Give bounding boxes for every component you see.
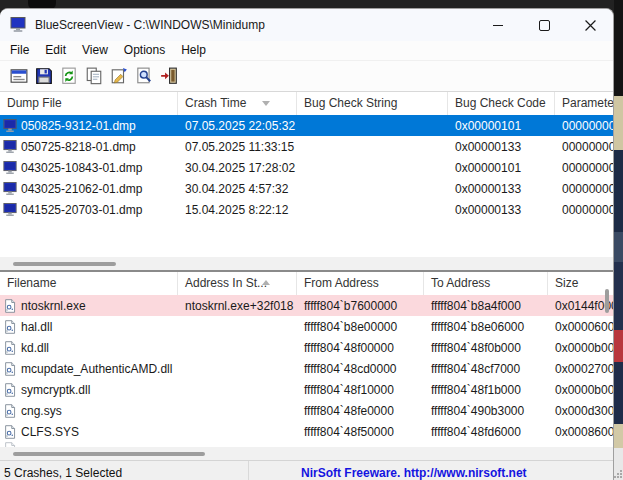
cell-time: 15.04.2025 8:22:12 bbox=[178, 199, 297, 220]
column-header-bug-check-code[interactable]: Bug Check Code bbox=[448, 92, 555, 115]
column-header-crash-time[interactable]: Crash Time bbox=[178, 92, 297, 115]
window-title: BlueScreenView - C:\WINDOWS\Minidump bbox=[35, 18, 475, 32]
list-row[interactable]: symcryptk.dllfffff804`48f10000fffff804`4… bbox=[0, 379, 613, 400]
list-row[interactable]: kd.dllfffff804`48f00000fffff804`48f0b000… bbox=[0, 337, 613, 358]
cell-text: fffff804`48f50000 bbox=[304, 425, 394, 439]
column-header-to-address[interactable]: To Address bbox=[424, 272, 548, 295]
driver-file-icon bbox=[3, 320, 17, 334]
list-row[interactable]: 043025-10843-01.dmp30.04.2025 17:28:020x… bbox=[0, 157, 613, 178]
crash-list-pane: Dump FileCrash TimeBug Check StringBug C… bbox=[0, 92, 613, 270]
column-header-from-address[interactable]: From Address bbox=[297, 272, 424, 295]
cell-filename: ntoskrnl.exe bbox=[0, 295, 178, 316]
column-header-parameter-1[interactable]: Parameter 1 bbox=[555, 92, 614, 115]
list-row[interactable]: 050825-9312-01.dmp07.05.2025 22:05:320x0… bbox=[0, 115, 613, 136]
column-header-filename[interactable]: Filename bbox=[0, 272, 178, 295]
cell-text: 00000000`0 bbox=[562, 182, 614, 196]
cell-text: 30.04.2025 4:57:32 bbox=[185, 182, 288, 196]
cell-time: 07.05.2025 22:05:32 bbox=[178, 115, 297, 136]
menu-options[interactable]: Options bbox=[116, 41, 173, 60]
exit-button[interactable] bbox=[156, 64, 181, 88]
crash-list-horizontal-scrollbar[interactable] bbox=[0, 257, 613, 270]
cell-from-address: fffff804`48f00000 bbox=[297, 337, 424, 358]
cell-text: 043025-21062-01.dmp bbox=[21, 182, 142, 196]
cell-text: 0x0000b000 bbox=[555, 383, 614, 397]
column-header-dump-file[interactable]: Dump File bbox=[0, 92, 178, 115]
advanced-options-button[interactable] bbox=[6, 64, 31, 88]
cell-file: 043025-21062-01.dmp bbox=[0, 178, 178, 199]
properties-button[interactable] bbox=[106, 64, 131, 88]
column-label: Address In St... bbox=[185, 276, 267, 290]
menu-file[interactable]: File bbox=[2, 41, 37, 60]
cell-to-address: fffff804`490b3000 bbox=[424, 400, 548, 421]
column-header-address-in-st[interactable]: Address In St... bbox=[178, 272, 297, 295]
cell-address-in-stack bbox=[178, 421, 297, 442]
cell-text: 0x00027000 bbox=[555, 362, 614, 376]
cell-text: 00000000`0 bbox=[562, 140, 614, 154]
crash-list-body: 050825-9312-01.dmp07.05.2025 22:05:320x0… bbox=[0, 115, 613, 220]
find-button[interactable] bbox=[131, 64, 156, 88]
minidump-monitor-icon bbox=[3, 119, 17, 133]
maximize-button[interactable] bbox=[521, 10, 567, 41]
cell-size: 0x00086000 bbox=[548, 421, 614, 442]
list-row[interactable]: 041525-20703-01.dmp15.04.2025 8:22:120x0… bbox=[0, 199, 613, 220]
cell-text: fffff804`48f0b000 bbox=[431, 341, 521, 355]
driver-list-vertical-scrollbar-thumb[interactable] bbox=[605, 289, 609, 313]
title-bar[interactable]: BlueScreenView - C:\WINDOWS\Minidump bbox=[0, 9, 613, 41]
list-row[interactable]: 050725-8218-01.dmp07.05.2025 11:33:150x0… bbox=[0, 136, 613, 157]
background-window-edge bbox=[614, 0, 623, 480]
driver-list-horizontal-scrollbar[interactable] bbox=[0, 447, 613, 460]
cell-filename: hal.dll bbox=[0, 316, 178, 337]
cell-text: 00000000`0 bbox=[562, 119, 614, 133]
minimize-button[interactable] bbox=[475, 10, 521, 41]
close-icon bbox=[585, 20, 596, 31]
menu-edit[interactable]: Edit bbox=[37, 41, 74, 60]
cell-file: 050725-8218-01.dmp bbox=[0, 136, 178, 157]
crash-list-header: Dump FileCrash TimeBug Check StringBug C… bbox=[0, 92, 613, 115]
cell-text: 0x00000101 bbox=[455, 119, 521, 133]
cell-filename: kd.dll bbox=[0, 337, 178, 358]
close-button[interactable] bbox=[567, 10, 613, 41]
cell-size: 0x0000b000 bbox=[548, 337, 614, 358]
driver-file-icon bbox=[3, 299, 17, 313]
column-label: Filename bbox=[7, 276, 56, 290]
cell-text: 0x00086000 bbox=[555, 425, 614, 439]
list-row[interactable]: CLFS.SYSfffff804`48f50000fffff804`48fd60… bbox=[0, 421, 613, 442]
list-row[interactable]: cng.sysfffff804`48fe0000fffff804`490b300… bbox=[0, 400, 613, 421]
minidump-monitor-icon bbox=[3, 182, 17, 196]
cell-text: ntoskrnl.exe bbox=[21, 299, 86, 313]
column-label: Bug Check Code bbox=[455, 96, 546, 110]
cell-text: fffff804`b8e00000 bbox=[304, 320, 397, 334]
list-row[interactable]: mcupdate_AuthenticAMD.dllfffff804`48cd00… bbox=[0, 358, 613, 379]
driver-list-body: ntoskrnl.exentoskrnl.exe+32f018fffff804`… bbox=[0, 295, 613, 442]
cell-text: 0x0000b000 bbox=[555, 341, 614, 355]
cell-to-address: fffff804`48f1b000 bbox=[424, 379, 548, 400]
driver-file-icon bbox=[3, 362, 17, 376]
exit-door-icon bbox=[160, 67, 178, 85]
refresh-button[interactable] bbox=[56, 64, 81, 88]
list-row[interactable]: hal.dllfffff804`b8e00000fffff804`b8e0600… bbox=[0, 316, 613, 337]
resize-grip[interactable] bbox=[612, 468, 622, 478]
cell-to-address: fffff804`48cf7000 bbox=[424, 358, 548, 379]
menu-bar: File Edit View Options Help bbox=[0, 41, 613, 61]
column-header-bug-check-string[interactable]: Bug Check String bbox=[297, 92, 448, 115]
cell-bug-check-string bbox=[297, 157, 448, 178]
nirsoft-link[interactable]: NirSoft Freeware. http://www.nirsoft.net bbox=[249, 466, 527, 480]
driver-file-icon bbox=[3, 341, 17, 355]
menu-help[interactable]: Help bbox=[173, 41, 214, 60]
list-row[interactable]: 043025-21062-01.dmp30.04.2025 4:57:320x0… bbox=[0, 178, 613, 199]
cell-size: 0x00027000 bbox=[548, 358, 614, 379]
cell-parameter-1: 00000000`0 bbox=[555, 136, 614, 157]
copy-button[interactable] bbox=[81, 64, 106, 88]
sort-asc-icon bbox=[262, 280, 270, 285]
cell-text: mcupdate_AuthenticAMD.dll bbox=[21, 362, 172, 376]
cell-from-address: fffff804`48f50000 bbox=[297, 421, 424, 442]
cell-text: fffff804`48fe0000 bbox=[304, 404, 394, 418]
cell-text: 0x00000133 bbox=[455, 140, 521, 154]
menu-view[interactable]: View bbox=[74, 41, 116, 60]
save-button[interactable] bbox=[31, 64, 56, 88]
scrollbar-thumb[interactable] bbox=[13, 452, 205, 456]
cell-text: fffff804`48fd6000 bbox=[431, 425, 521, 439]
list-row[interactable]: ntoskrnl.exentoskrnl.exe+32f018fffff804`… bbox=[0, 295, 613, 316]
cell-bug-check-code: 0x00000133 bbox=[448, 136, 555, 157]
scrollbar-thumb[interactable] bbox=[13, 262, 116, 266]
